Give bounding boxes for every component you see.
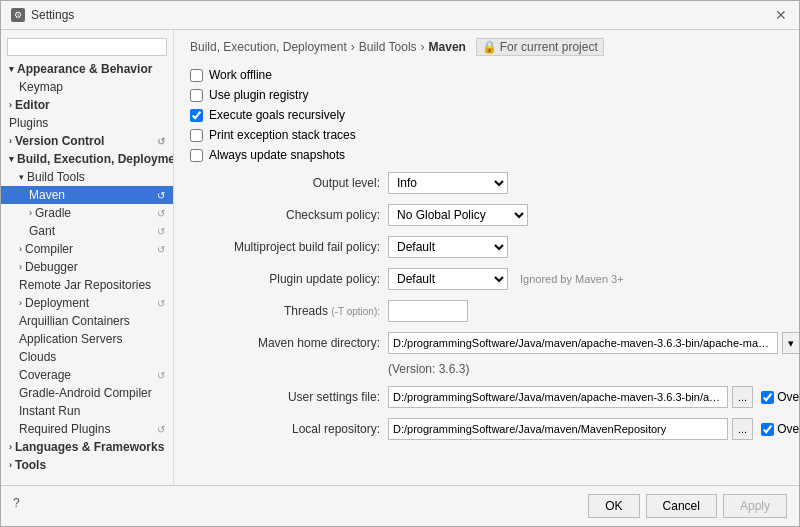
reset-icon-vc: ↺ [157, 136, 165, 147]
sidebar-item-required-plugins[interactable]: Required Plugins ↺ [1, 420, 173, 438]
sidebar-label-plugins: Plugins [9, 116, 48, 130]
local-repo-row: Local repository: ... Override [190, 418, 783, 440]
reset-icon-compiler: ↺ [157, 244, 165, 255]
user-settings-override: Override [761, 390, 799, 404]
sidebar-item-appearance[interactable]: ▾ Appearance & Behavior [1, 60, 173, 78]
always-update-checkbox[interactable] [190, 149, 203, 162]
user-settings-override-checkbox[interactable] [761, 391, 774, 404]
sidebar-item-compiler[interactable]: › Compiler ↺ [1, 240, 173, 258]
print-exception-row: Print exception stack traces [190, 128, 783, 142]
plugin-update-label: Plugin update policy: [190, 272, 380, 286]
user-settings-controls: ... Override [388, 386, 799, 408]
output-level-control: Info Debug Warning Error [388, 172, 508, 194]
threads-row: Threads (-T option): [190, 300, 783, 322]
sidebar-item-coverage[interactable]: Coverage ↺ [1, 366, 173, 384]
use-plugin-registry-checkbox[interactable] [190, 89, 203, 102]
user-settings-input[interactable] [388, 386, 728, 408]
sidebar-item-plugins[interactable]: Plugins [1, 114, 173, 132]
local-repo-browse-btn[interactable]: ... [732, 418, 753, 440]
apply-button[interactable]: Apply [723, 494, 787, 518]
maven-home-row: Maven home directory: ▾ ... [190, 332, 783, 354]
sidebar-item-remote-jar[interactable]: Remote Jar Repositories [1, 276, 173, 294]
sidebar-item-keymap[interactable]: Keymap [1, 78, 173, 96]
checksum-policy-label: Checksum policy: [190, 208, 380, 222]
sidebar-label-deployment: Deployment [25, 296, 89, 310]
execute-goals-checkbox[interactable] [190, 109, 203, 122]
expand-arrow-build: ▾ [9, 154, 14, 164]
output-level-label: Output level: [190, 176, 380, 190]
local-repo-override: Override [761, 422, 799, 436]
sidebar-item-languages[interactable]: › Languages & Frameworks [1, 438, 173, 456]
help-icon[interactable]: ? [13, 494, 20, 518]
maven-home-dir-row: ▾ ... [388, 332, 799, 354]
sidebar-item-deployment[interactable]: › Deployment ↺ [1, 294, 173, 312]
checksum-policy-select[interactable]: No Global Policy Warn Fail Ignore [388, 204, 528, 226]
local-repo-override-checkbox[interactable] [761, 423, 774, 436]
sidebar-label-languages: Languages & Frameworks [15, 440, 164, 454]
title-bar-left: ⚙ Settings [11, 8, 74, 22]
title-bar: ⚙ Settings ✕ [1, 1, 799, 30]
version-note: (Version: 3.6.3) [388, 362, 783, 376]
work-offline-checkbox[interactable] [190, 69, 203, 82]
cancel-button[interactable]: Cancel [646, 494, 717, 518]
expand-arrow-gradle: › [29, 208, 32, 218]
sidebar-item-gradle[interactable]: › Gradle ↺ [1, 204, 173, 222]
sidebar-item-gant[interactable]: Gant ↺ [1, 222, 173, 240]
settings-icon: ⚙ [11, 8, 25, 22]
sidebar-label-gradle-android: Gradle-Android Compiler [19, 386, 152, 400]
expand-arrow-version-control: › [9, 136, 12, 146]
sidebar-item-editor[interactable]: › Editor [1, 96, 173, 114]
print-exception-checkbox[interactable] [190, 129, 203, 142]
close-button[interactable]: ✕ [773, 7, 789, 23]
plugin-update-select[interactable]: Default Always Never Interval [388, 268, 508, 290]
execute-goals-label: Execute goals recursively [209, 108, 345, 122]
settings-dialog: ⚙ Settings ✕ ▾ Appearance & Behavior Key… [0, 0, 800, 527]
multiproject-build-row: Multiproject build fail policy: Default … [190, 236, 783, 258]
sidebar-item-build-execution[interactable]: ▾ Build, Execution, Deployment [1, 150, 173, 168]
main-content: Build, Execution, Deployment › Build Too… [174, 30, 799, 485]
maven-settings: Work offline Use plugin registry Execute… [190, 68, 783, 440]
breadcrumb: Build, Execution, Deployment › Build Too… [190, 38, 783, 56]
always-update-row: Always update snapshots [190, 148, 783, 162]
ok-button[interactable]: OK [588, 494, 639, 518]
ignored-note: Ignored by Maven 3+ [520, 273, 624, 285]
sidebar-item-gradle-android[interactable]: Gradle-Android Compiler [1, 384, 173, 402]
sidebar-label-keymap: Keymap [19, 80, 63, 94]
sidebar-item-app-servers[interactable]: Application Servers [1, 330, 173, 348]
sidebar-label-tools: Tools [15, 458, 46, 472]
breadcrumb-section: Build Tools [359, 40, 417, 54]
threads-input[interactable] [388, 300, 468, 322]
use-plugin-registry-label: Use plugin registry [209, 88, 308, 102]
local-repo-input[interactable] [388, 418, 728, 440]
sidebar-item-arquillian[interactable]: Arquillian Containers [1, 312, 173, 330]
local-repo-controls: ... Override [388, 418, 799, 440]
use-plugin-registry-row: Use plugin registry [190, 88, 783, 102]
search-input[interactable] [7, 38, 167, 56]
sidebar-item-build-tools[interactable]: ▾ Build Tools [1, 168, 173, 186]
plugin-update-row: Plugin update policy: Default Always Nev… [190, 268, 783, 290]
lock-icon: 🔒 [482, 40, 497, 54]
output-level-select[interactable]: Info Debug Warning Error [388, 172, 508, 194]
work-offline-row: Work offline [190, 68, 783, 82]
multiproject-build-select[interactable]: Default Always Never After Failures At E… [388, 236, 508, 258]
checksum-policy-control: No Global Policy Warn Fail Ignore [388, 204, 528, 226]
expand-arrow-appearance: ▾ [9, 64, 14, 74]
sidebar-item-tools[interactable]: › Tools [1, 456, 173, 474]
sidebar-item-instant-run[interactable]: Instant Run [1, 402, 173, 420]
sidebar-item-clouds[interactable]: Clouds [1, 348, 173, 366]
badge-text: For current project [500, 40, 598, 54]
sidebar-item-debugger[interactable]: › Debugger [1, 258, 173, 276]
sidebar-item-maven[interactable]: Maven ↺ [1, 186, 173, 204]
expand-arrow-languages: › [9, 442, 12, 452]
multiproject-build-control: Default Always Never After Failures At E… [388, 236, 508, 258]
reset-icon-gant: ↺ [157, 226, 165, 237]
execute-goals-row: Execute goals recursively [190, 108, 783, 122]
maven-home-input[interactable] [388, 332, 778, 354]
work-offline-label: Work offline [209, 68, 272, 82]
sidebar-item-version-control[interactable]: › Version Control ↺ [1, 132, 173, 150]
breadcrumb-current: Maven [429, 40, 466, 54]
sidebar-label-app-servers: Application Servers [19, 332, 122, 346]
user-settings-browse-btn[interactable]: ... [732, 386, 753, 408]
search-box [1, 34, 173, 60]
maven-home-dropdown-btn[interactable]: ▾ [782, 332, 799, 354]
